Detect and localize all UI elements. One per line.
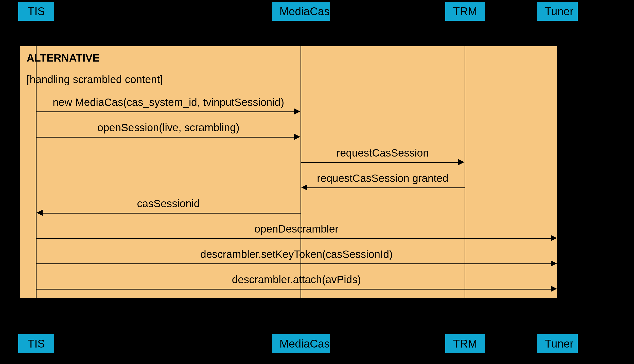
lifeline-tuner xyxy=(557,19,558,334)
msg-open-descrambler: openDescrambler xyxy=(36,223,557,235)
participant-mediacas-bottom: MediaCas xyxy=(272,334,330,353)
arrow-m4 xyxy=(307,187,465,188)
msg-descrambler-attach: descrambler.attach(avPids) xyxy=(36,274,557,286)
participant-tis-bottom: TIS xyxy=(18,334,54,353)
participant-tuner-bottom: Tuner xyxy=(537,334,578,353)
arrow-m5 xyxy=(42,213,301,214)
arrowhead-m2 xyxy=(294,134,300,140)
lifeline-tis xyxy=(36,19,37,334)
alt-guard: [handling scrambled content] xyxy=(27,73,163,86)
arrow-m3 xyxy=(301,162,459,163)
arrowhead-m5 xyxy=(37,210,43,216)
arrowhead-m3 xyxy=(458,159,464,165)
arrowhead-m7 xyxy=(551,260,557,266)
arrowhead-m8 xyxy=(551,286,557,292)
msg-cas-sessionid: casSessionid xyxy=(36,198,301,210)
arrow-m2 xyxy=(36,137,295,138)
participant-trm-top: TRM xyxy=(445,2,485,21)
msg-open-session: openSession(live, scrambling) xyxy=(36,122,301,134)
participant-trm-bottom: TRM xyxy=(445,334,485,353)
msg-new-mediacas: new MediaCas(cas_system_id, tvinputSessi… xyxy=(36,96,301,108)
arrow-m1 xyxy=(36,111,295,112)
arrow-m6 xyxy=(36,238,551,239)
participant-mediacas-top: MediaCas xyxy=(272,2,330,21)
arrow-m8 xyxy=(36,289,551,290)
msg-request-cas-granted: requestCasSession granted xyxy=(301,172,465,184)
msg-set-key-token: descrambler.setKeyToken(casSessionId) xyxy=(36,248,557,260)
lifeline-trm xyxy=(465,19,465,334)
participant-tis-top: TIS xyxy=(18,2,54,21)
arrow-m7 xyxy=(36,263,551,264)
arrowhead-m4 xyxy=(301,184,307,190)
arrowhead-m6 xyxy=(551,235,557,241)
arrowhead-m1 xyxy=(294,108,300,114)
participant-tuner-top: Tuner xyxy=(537,2,578,21)
alt-title: ALTERNATIVE xyxy=(27,52,100,64)
msg-request-cas: requestCasSession xyxy=(301,147,465,159)
